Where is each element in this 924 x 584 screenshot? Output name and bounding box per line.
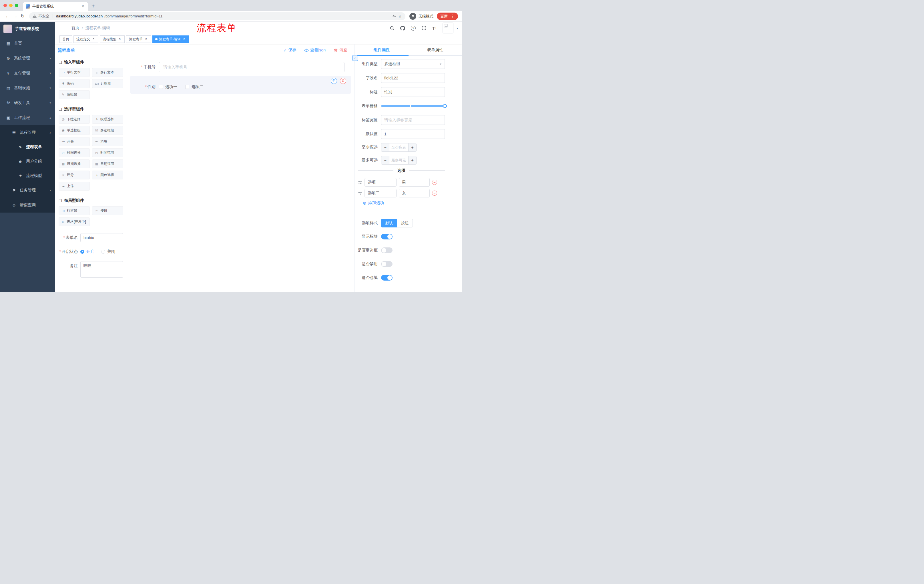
- required-toggle[interactable]: [381, 275, 393, 281]
- window-close-button[interactable]: [3, 4, 7, 7]
- style-button-button[interactable]: 按钮: [397, 219, 413, 227]
- palette-item-counter[interactable]: 123 计数器: [92, 79, 123, 88]
- palette-item-table[interactable]: ⊞ 表格[开发中]: [59, 217, 90, 226]
- remark-textarea[interactable]: 嘿嘿: [80, 261, 123, 278]
- decrease-button[interactable]: −: [381, 156, 389, 164]
- component-type-select[interactable]: 多选框组 ▼: [381, 59, 445, 69]
- min-select-input[interactable]: 至少应选: [389, 143, 408, 151]
- increase-button[interactable]: +: [408, 143, 416, 151]
- remove-option-button[interactable]: −: [432, 191, 437, 196]
- tag-process-model[interactable]: 流程模型 ×: [100, 35, 125, 43]
- palette-item-single-line-text[interactable]: ▭ 单行文本: [59, 68, 90, 77]
- title-input[interactable]: [381, 87, 445, 97]
- max-select-input[interactable]: 最多可选: [389, 156, 408, 164]
- clear-button[interactable]: 清空: [333, 48, 347, 53]
- add-option-button[interactable]: ⊕ 添加选项: [363, 200, 445, 206]
- github-icon[interactable]: [400, 25, 405, 31]
- save-button[interactable]: ✓ 保存: [284, 48, 297, 53]
- sidebar-item-system-mgmt[interactable]: ⚙ 系统管理 ▾: [0, 51, 55, 66]
- tag-process-definition[interactable]: 流程定义 ×: [73, 35, 98, 43]
- palette-item-radio-group[interactable]: ◉ 单选框组: [59, 126, 90, 135]
- sidebar-item-dev-tools[interactable]: ⚒ 研发工具 ▾: [0, 95, 55, 110]
- caret-down-icon[interactable]: ▾: [457, 26, 458, 30]
- tab-form-props[interactable]: 表单属性: [409, 44, 462, 56]
- sidebar-item-task-mgmt[interactable]: ⚑ 任务管理 ▾: [0, 183, 55, 198]
- slider-track[interactable]: [381, 105, 445, 107]
- tab-component-props[interactable]: 组件属性: [355, 44, 409, 56]
- slider-handle[interactable]: [443, 104, 447, 108]
- close-tag-icon[interactable]: ×: [118, 37, 122, 41]
- palette-item-slider[interactable]: ⊸ 滑块: [92, 137, 123, 146]
- form-grid-slider[interactable]: [381, 101, 445, 111]
- palette-item-color-picker[interactable]: ◑ 颜色选择: [92, 171, 123, 179]
- sidebar-item-workflow[interactable]: ▣ 工作流程 ▴: [0, 110, 55, 125]
- gender-option-1[interactable]: 选项一: [159, 84, 177, 89]
- browser-menu-icon[interactable]: ⋮: [450, 14, 455, 18]
- label-width-input[interactable]: [381, 115, 445, 125]
- option-value-input[interactable]: [399, 189, 430, 197]
- address-bar[interactable]: 不安全 dashboard.yudao.iocoder.cn /bpm/mana…: [29, 12, 405, 20]
- palette-item-password[interactable]: ✱ 密码: [59, 79, 90, 88]
- tag-home[interactable]: 首页: [59, 35, 72, 43]
- selected-component-gender[interactable]: *性别 选项一 选项二: [130, 76, 351, 94]
- default-value-input[interactable]: [381, 129, 445, 139]
- delete-component-button[interactable]: [340, 78, 346, 84]
- fullscreen-icon[interactable]: [421, 25, 427, 31]
- view-json-button[interactable]: 查看json: [304, 48, 326, 53]
- phone-field[interactable]: *手机号: [130, 62, 345, 72]
- status-off-label[interactable]: 关闭: [107, 249, 115, 254]
- sidebar-item-process-form[interactable]: ✎ 流程表单: [0, 140, 55, 154]
- sidebar-item-leave-query[interactable]: ☺ 请假查询: [0, 198, 55, 212]
- drag-handle-icon[interactable]: [358, 191, 362, 196]
- increase-button[interactable]: +: [408, 156, 416, 164]
- palette-item-editor[interactable]: ✎ 编辑器: [59, 90, 90, 99]
- help-icon[interactable]: ?: [411, 25, 416, 31]
- sidebar-item-infrastructure[interactable]: ▤ 基础设施 ▾: [0, 81, 55, 95]
- tag-process-form[interactable]: 流程表单 ×: [126, 35, 151, 43]
- palette-item-checkbox-group[interactable]: ☑ 多选框组: [92, 126, 123, 135]
- window-minimize-button[interactable]: [9, 4, 13, 7]
- show-label-toggle[interactable]: [381, 234, 393, 239]
- option-value-input[interactable]: [399, 178, 430, 187]
- form-name-input[interactable]: [80, 233, 123, 242]
- close-tab-icon[interactable]: ×: [81, 4, 85, 8]
- status-off-radio[interactable]: [101, 250, 105, 254]
- back-icon[interactable]: ←: [4, 13, 12, 19]
- palette-item-multi-line-text[interactable]: ≡ 多行文本: [92, 68, 123, 77]
- forward-icon[interactable]: →: [12, 13, 19, 19]
- breadcrumb-home[interactable]: 首页: [71, 25, 79, 31]
- palette-item-date-picker[interactable]: ▦ 日期选择: [59, 160, 90, 168]
- close-tag-icon[interactable]: ×: [144, 37, 148, 41]
- window-zoom-button[interactable]: [15, 4, 18, 7]
- option-label-input[interactable]: [365, 178, 396, 187]
- palette-item-date-range[interactable]: ▦ 日期范围: [92, 160, 123, 168]
- sidebar-item-home[interactable]: ▦ 首页: [0, 36, 55, 51]
- sidebar-item-process-mgmt[interactable]: ☰ 流程管理 ▴: [0, 125, 55, 140]
- status-on-label[interactable]: 开启: [86, 249, 94, 254]
- disabled-toggle[interactable]: [381, 261, 393, 267]
- palette-item-row-container[interactable]: ◫ 行容器: [59, 206, 90, 215]
- font-size-icon[interactable]: TT: [432, 25, 437, 31]
- palette-item-select[interactable]: ◎ 下拉选择: [59, 115, 90, 124]
- field-name-input[interactable]: [381, 73, 445, 83]
- palette-item-button[interactable]: ☞ 按钮: [92, 206, 123, 215]
- sidebar-item-payment-mgmt[interactable]: ¥ 支付管理 ▾: [0, 66, 55, 81]
- gender-option-2[interactable]: 选项二: [185, 84, 203, 89]
- bookmark-star-icon[interactable]: ☆: [398, 14, 402, 19]
- app-logo[interactable]: 芋道管理系统: [0, 22, 55, 36]
- sidebar-item-process-model[interactable]: ✈ 流程模型: [0, 169, 55, 183]
- remove-option-button[interactable]: −: [432, 180, 437, 185]
- drag-handle-icon[interactable]: [358, 180, 362, 184]
- palette-item-upload[interactable]: ☁ 上传: [59, 182, 90, 191]
- link-icon[interactable]: [352, 55, 358, 61]
- key-icon[interactable]: [392, 14, 396, 18]
- palette-item-rate[interactable]: ☆ 评分: [59, 171, 90, 179]
- close-tag-icon[interactable]: ×: [91, 37, 96, 41]
- new-tab-button[interactable]: +: [91, 3, 95, 9]
- decrease-button[interactable]: −: [381, 143, 389, 151]
- border-toggle[interactable]: [381, 247, 393, 253]
- checkbox-icon[interactable]: [185, 85, 189, 89]
- browser-tab[interactable]: 芋道管理系统 ×: [23, 2, 88, 11]
- status-on-radio[interactable]: [80, 250, 84, 254]
- phone-input[interactable]: [159, 62, 345, 72]
